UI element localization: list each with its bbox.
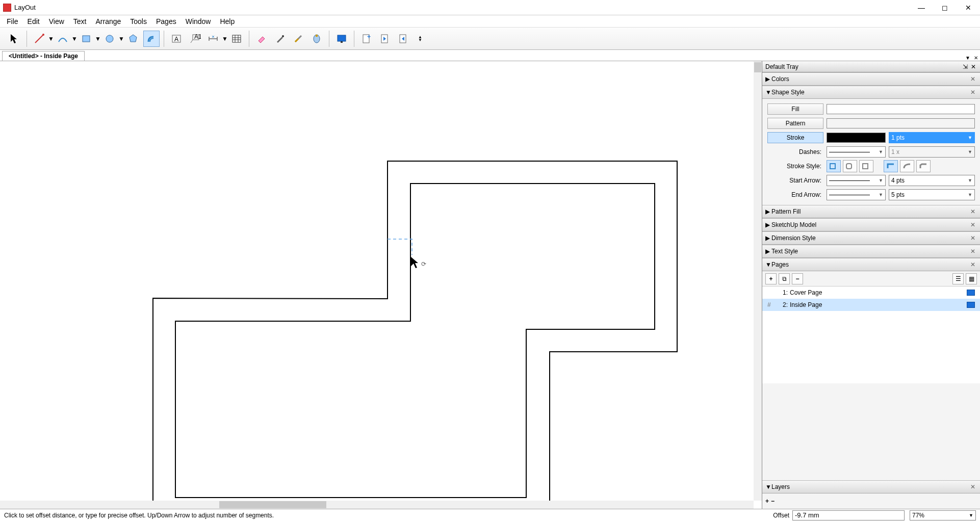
circle-tool[interactable] — [101, 31, 118, 47]
menu-edit[interactable]: Edit — [23, 16, 44, 27]
prev-page-tool[interactable] — [377, 31, 393, 47]
panel-pages[interactable]: ▼Pages✕ — [762, 258, 980, 271]
menu-file[interactable]: File — [2, 16, 23, 27]
dash-scale-combo[interactable]: 1 x▼ — [889, 146, 975, 158]
minimize-button[interactable]: — — [910, 0, 933, 15]
panel-text-style[interactable]: ▶Text Style✕ — [762, 245, 980, 258]
split-tool[interactable] — [290, 31, 306, 47]
remove-layer-button[interactable]: − — [771, 498, 775, 505]
endarrow-combo[interactable]: ▼ — [827, 189, 886, 200]
tray-pin-icon[interactable]: ⇲ — [962, 63, 969, 70]
document-tab[interactable]: <Untitled> - Inside Page — [2, 51, 85, 61]
pattern-toggle[interactable]: Pattern — [767, 118, 823, 129]
vertical-scrollbar[interactable] — [754, 61, 762, 501]
text-tool[interactable]: A — [168, 31, 185, 47]
fill-swatch[interactable] — [827, 104, 975, 114]
circle-tool-dropdown[interactable]: ▼ — [119, 35, 124, 42]
label-tool[interactable]: A1 — [187, 31, 203, 47]
remove-page-button[interactable]: − — [792, 273, 803, 284]
tray-close-icon[interactable]: ✕ — [970, 63, 977, 70]
join-tool[interactable] — [308, 31, 325, 47]
page-item-1[interactable]: 1: Cover Page — [762, 286, 980, 299]
panel-pattern-fill[interactable]: ▶Pattern Fill✕ — [762, 205, 980, 218]
menu-tools[interactable]: Tools — [125, 16, 151, 27]
cap-square[interactable] — [859, 160, 873, 172]
panel-patternfill-close[interactable]: ✕ — [969, 208, 977, 215]
panel-dimstyle-close[interactable]: ✕ — [969, 235, 977, 242]
horizontal-scrollbar[interactable] — [0, 501, 754, 509]
close-button[interactable]: ✕ — [957, 0, 980, 15]
fill-toggle[interactable]: Fill — [767, 103, 823, 115]
arc-tool[interactable] — [55, 31, 71, 47]
tray-header[interactable]: Default Tray ⇲✕ — [762, 61, 980, 72]
dashes-combo[interactable]: ▼ — [827, 146, 886, 158]
panel-layers[interactable]: ▼Layers✕ — [762, 480, 980, 493]
panel-colors[interactable]: ▶Colors✕ — [762, 72, 980, 86]
panel-textstyle-close[interactable]: ✕ — [969, 248, 977, 255]
panel-shape-style[interactable]: ▼Shape Style✕ — [762, 86, 980, 99]
tab-close[interactable]: ✕ — [972, 55, 980, 61]
line-tool-dropdown[interactable]: ▼ — [48, 35, 54, 42]
maximize-button[interactable]: ◻ — [933, 0, 957, 15]
add-page-tool[interactable]: + — [358, 31, 375, 47]
canvas-area[interactable]: ⟳ — [0, 61, 762, 509]
rectangle-tool-dropdown[interactable]: ▼ — [95, 35, 100, 42]
cap-round[interactable] — [843, 160, 857, 172]
arc-tool-dropdown[interactable]: ▼ — [72, 35, 77, 42]
next-page-tool[interactable] — [395, 31, 411, 47]
stroke-swatch[interactable] — [827, 133, 886, 143]
offset-tool[interactable] — [143, 31, 160, 47]
panel-shapestyle-close[interactable]: ✕ — [969, 89, 977, 96]
dimension-tool-dropdown[interactable]: ▼ — [222, 35, 227, 42]
page-name: Cover Page — [790, 289, 822, 296]
menu-window[interactable]: Window — [181, 16, 216, 27]
join-round[interactable] — [900, 160, 914, 172]
app-icon — [3, 4, 11, 12]
panel-layers-close[interactable]: ✕ — [969, 483, 977, 490]
toolbar-overflow[interactable]: ▲▼ — [418, 36, 423, 42]
menu-help[interactable]: Help — [215, 16, 239, 27]
panel-colors-close[interactable]: ✕ — [969, 75, 977, 83]
endarrow-size[interactable]: 5 pts▼ — [889, 189, 975, 200]
add-page-button[interactable]: + — [765, 273, 777, 284]
join-bevel[interactable] — [916, 160, 931, 172]
pattern-swatch[interactable] — [827, 118, 975, 128]
startarrow-combo[interactable]: ▼ — [827, 175, 886, 186]
zoom-combo[interactable]: 77%▼ — [910, 510, 976, 520]
duplicate-page-button[interactable]: ⧉ — [779, 273, 790, 284]
panel-sketchup-close[interactable]: ✕ — [969, 221, 977, 228]
panel-dimension-style[interactable]: ▶Dimension Style✕ — [762, 231, 980, 245]
page-hash: # — [767, 301, 775, 308]
tab-dropdown[interactable]: ▼ — [964, 55, 972, 61]
panel-sketchup-model[interactable]: ▶SketchUp Model✕ — [762, 218, 980, 231]
thumb-view-button[interactable]: ▦ — [966, 273, 977, 284]
list-view-button[interactable]: ☰ — [952, 273, 964, 284]
startarrow-size[interactable]: 4 pts▼ — [889, 175, 975, 186]
offset-input[interactable] — [792, 510, 905, 520]
screen-icon[interactable] — [967, 290, 975, 296]
add-layer-button[interactable]: + — [765, 498, 769, 505]
svg-text:⟳: ⟳ — [421, 260, 426, 268]
style-tool[interactable] — [272, 31, 288, 47]
select-tool[interactable] — [6, 31, 22, 47]
rectangle-tool[interactable] — [78, 31, 94, 47]
join-miter[interactable] — [884, 160, 898, 172]
erase-tool[interactable] — [253, 31, 270, 47]
page-number: 1: — [775, 289, 788, 296]
stroke-toggle[interactable]: Stroke — [767, 132, 823, 143]
drawing-canvas[interactable]: ⟳ — [0, 61, 754, 501]
stroke-width-combo[interactable]: 1 pts▼ — [889, 132, 975, 143]
presentation-tool[interactable] — [333, 31, 350, 47]
menu-view[interactable]: View — [44, 16, 69, 27]
polygon-tool[interactable] — [125, 31, 141, 47]
page-item-2[interactable]: # 2: Inside Page — [762, 299, 980, 311]
screen-icon[interactable] — [967, 302, 975, 308]
panel-pages-close[interactable]: ✕ — [969, 261, 977, 268]
dimension-tool[interactable] — [205, 31, 221, 47]
menu-arrange[interactable]: Arrange — [91, 16, 125, 27]
cap-flat[interactable] — [827, 160, 841, 172]
menu-text[interactable]: Text — [69, 16, 91, 27]
menu-pages[interactable]: Pages — [151, 16, 181, 27]
table-tool[interactable] — [228, 31, 245, 47]
line-tool[interactable] — [31, 31, 47, 47]
